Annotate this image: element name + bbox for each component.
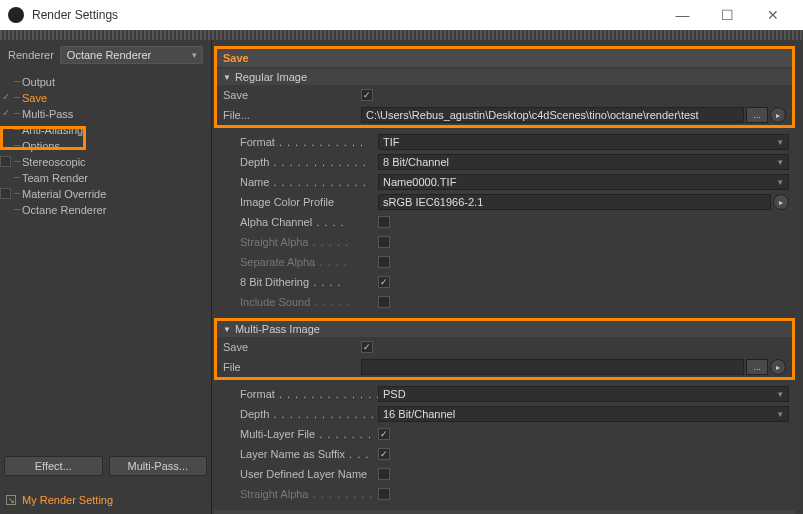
app-icon	[8, 7, 24, 23]
compositing-header[interactable]: ▶Compositing Project File	[214, 510, 795, 514]
reg-alpha-checkbox[interactable]	[378, 216, 390, 228]
tree-item-octanerenderer[interactable]: Octane Renderer	[0, 202, 211, 218]
reg-straight-checkbox	[378, 236, 390, 248]
reg-alpha-label: Alpha Channel . . . .	[240, 216, 378, 228]
reg-file-label: File...	[223, 109, 361, 121]
mp-udln-label: User Defined Layer Name	[240, 468, 378, 480]
settings-tree: Output Save Multi-Pass Anti-Aliasing Opt…	[0, 70, 211, 222]
checkbox-icon[interactable]	[0, 156, 11, 167]
reg-separate-label: Separate Alpha . . . .	[240, 256, 378, 268]
multipass-button[interactable]: Multi-Pass...	[109, 456, 208, 476]
mp-straight-label: Straight Alpha . . . . . . . .	[240, 488, 378, 500]
mp-straight-checkbox	[378, 488, 390, 500]
reg-arrow-button[interactable]: ▸	[770, 107, 786, 123]
mp-depth-label: Depth . . . . . . . . . . . . . . .	[240, 408, 378, 420]
reg-sound-label: Include Sound . . . . .	[240, 296, 378, 308]
close-button[interactable]: ✕	[750, 0, 795, 30]
reg-separate-checkbox	[378, 256, 390, 268]
reg-save-label: Save	[223, 89, 361, 101]
tree-item-teamrender[interactable]: Team Render	[0, 170, 211, 186]
reg-format-label: Format . . . . . . . . . . .	[240, 136, 378, 148]
mp-file-label: File	[223, 361, 361, 373]
save-header: Save	[217, 49, 792, 67]
tree-item-options[interactable]: Options	[0, 138, 211, 154]
mp-save-checkbox[interactable]: ✓	[361, 341, 373, 353]
reg-depth-dropdown[interactable]: 8 Bit/Channel	[378, 154, 789, 170]
reg-save-checkbox[interactable]: ✓	[361, 89, 373, 101]
maximize-button[interactable]: ☐	[705, 0, 750, 30]
title-bar: Render Settings — ☐ ✕	[0, 0, 803, 30]
tree-item-stereoscopic[interactable]: Stereoscopic	[0, 154, 211, 170]
reg-name-dropdown[interactable]: Name0000.TIF	[378, 174, 789, 190]
mp-save-label: Save	[223, 341, 361, 353]
tree-item-antialiasing[interactable]: Anti-Aliasing	[0, 122, 211, 138]
mp-udln-checkbox[interactable]	[378, 468, 390, 480]
mp-arrow-button[interactable]: ▸	[770, 359, 786, 375]
minimize-button[interactable]: —	[660, 0, 705, 30]
reg-name-label: Name . . . . . . . . . . . .	[240, 176, 378, 188]
renderer-dropdown[interactable]: Octane Renderer	[60, 46, 203, 64]
render-setting-name[interactable]: My Render Setting	[22, 494, 113, 506]
reg-file-input[interactable]: C:\Users\Rebus_agustin\Desktop\c4dScenes…	[361, 107, 744, 123]
window-title: Render Settings	[32, 8, 660, 22]
tree-item-save[interactable]: Save	[0, 90, 211, 106]
checkbox-icon[interactable]	[0, 188, 11, 199]
disclosure-triangle-icon: ▼	[223, 325, 231, 334]
sidebar: Renderer Octane Renderer Output Save Mul…	[0, 40, 212, 514]
disclosure-triangle-icon: ▼	[223, 73, 231, 82]
reg-format-dropdown[interactable]: TIF	[378, 134, 789, 150]
reg-dither-label: 8 Bit Dithering . . . .	[240, 276, 378, 288]
reg-profile-label: Image Color Profile	[240, 196, 378, 208]
highlight-regular-annotation: Save ▼Regular Image Save ✓ File... C:\Us…	[214, 46, 795, 128]
tree-item-output[interactable]: Output	[0, 74, 211, 90]
renderer-label: Renderer	[8, 49, 54, 61]
reg-browse-button[interactable]: ...	[746, 107, 768, 123]
reg-profile-arrow[interactable]: ▸	[773, 194, 789, 210]
expand-icon[interactable]: ↘	[6, 495, 16, 505]
content-panel: Save ▼Regular Image Save ✓ File... C:\Us…	[212, 40, 803, 514]
reg-dither-checkbox[interactable]: ✓	[378, 276, 390, 288]
reg-profile-input[interactable]: sRGB IEC61966-2.1	[378, 194, 771, 210]
mp-browse-button[interactable]: ...	[746, 359, 768, 375]
regular-image-header[interactable]: ▼Regular Image	[217, 69, 792, 85]
mp-mlf-label: Multi-Layer File . . . . . . .	[240, 428, 378, 440]
reg-straight-label: Straight Alpha . . . . .	[240, 236, 378, 248]
drag-handle[interactable]	[0, 30, 803, 40]
tree-item-multipass[interactable]: Multi-Pass	[0, 106, 211, 122]
reg-depth-label: Depth . . . . . . . . . . . .	[240, 156, 378, 168]
mp-format-dropdown[interactable]: PSD	[378, 386, 789, 402]
mp-format-label: Format . . . . . . . . . . . . . .	[240, 388, 378, 400]
highlight-multipass-annotation: ▼Multi-Pass Image Save ✓ File ... ▸	[214, 318, 795, 380]
mp-suffix-label: Layer Name as Suffix . . .	[240, 448, 378, 460]
effect-button[interactable]: Effect...	[4, 456, 103, 476]
multipass-image-header[interactable]: ▼Multi-Pass Image	[217, 321, 792, 337]
tree-item-materialoverride[interactable]: Material Override	[0, 186, 211, 202]
mp-mlf-checkbox[interactable]: ✓	[378, 428, 390, 440]
mp-depth-dropdown[interactable]: 16 Bit/Channel	[378, 406, 789, 422]
reg-sound-checkbox	[378, 296, 390, 308]
mp-suffix-checkbox[interactable]: ✓	[378, 448, 390, 460]
mp-file-input[interactable]	[361, 359, 744, 375]
